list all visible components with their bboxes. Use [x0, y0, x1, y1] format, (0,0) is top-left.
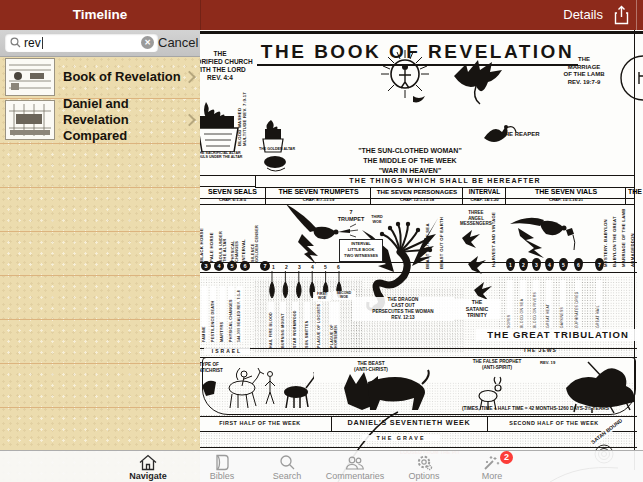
chart-label: BLOOD ON SEA [520, 280, 526, 328]
column-chapter: CHAP. 12:1-13:18 [371, 197, 463, 203]
list-item-title: Book of Revelation [63, 69, 186, 85]
list-item[interactable]: Daniel and Revelation Compared [0, 98, 200, 144]
chart-label: SUN SMITTEN [304, 302, 310, 348]
great-tribulation-label: THE GREAT TRIBULATION [476, 329, 640, 341]
chart-label: SORES [507, 280, 513, 328]
list-item-title: Daniel and Revelation Compared [63, 96, 186, 145]
tab-label: More [454, 471, 530, 481]
timeline-thumbnail [5, 100, 55, 140]
chart-label: EUPHRATES DRIED [575, 280, 581, 328]
list-separator [0, 231, 200, 232]
search-input[interactable]: rev ✕ [5, 33, 158, 52]
times-label: (TIMES, TIME + HALF TIME = 42 MONTHS-126… [462, 406, 643, 412]
chart-label: PHYSICAL CHANGES [228, 286, 234, 342]
column-title: THE SEVEN TRUMPETS [266, 187, 371, 197]
search-tab-icon [278, 454, 296, 471]
daniels-week-label: DANIEL'S SEVENTIETH WEEK [334, 418, 484, 427]
chart-label: MARRIAGE OF THE LAMB [622, 205, 627, 267]
trumpet-number: 4 [311, 264, 314, 270]
column-title: SEVEN SEALS [200, 187, 265, 197]
gear-icon [415, 454, 434, 471]
chart-line [200, 416, 637, 417]
false-prophet-label: THE FALSE PROPHET (ANTI-SPIRIT) [460, 359, 534, 370]
sun-clothed-woman-label: "THE SUN-CLOTHED WOMAN" THE MIDDLE OF TH… [338, 146, 482, 176]
tab-search[interactable]: Search [249, 452, 325, 482]
column-title: INTERVAL [463, 187, 506, 197]
chart-column-header: THE SEVEN VIALSCHAP. 15:1-16:21 [505, 187, 626, 205]
revelation-chart-canvas[interactable]: THE BOOK OF REVELATION THE THINGS WHICH … [199, 30, 643, 482]
chart-label: MYSTERY- BABYLON [604, 205, 609, 267]
tab-more[interactable]: More 2 [454, 452, 530, 482]
figure-and-goat-illustration [262, 366, 314, 412]
list-item[interactable]: Book of Revelation [0, 56, 200, 99]
text-caret [42, 37, 44, 49]
chart-label: TYPE OF ANTICHRIST [199, 362, 240, 373]
vial-number: 4 [545, 258, 554, 271]
hereafter-banner: THE THINGS WHICH SHALL BE HEREAFTER [255, 175, 635, 188]
tab-navigate[interactable]: Navigate [110, 452, 186, 482]
chart-label: REV. 19 [540, 360, 564, 365]
beast-antichrist-label: THE BEAST (ANTI-CHRIST) [342, 361, 400, 373]
chart-line [200, 447, 637, 448]
trumpet-number: 6 [337, 264, 340, 270]
vial-number: 1 [506, 258, 515, 271]
chart-label: PALE HORSE [210, 206, 215, 262]
list-separator [0, 363, 200, 364]
clear-search-icon[interactable]: ✕ [141, 36, 154, 49]
chart-label: BLOOD ON RIVERS [533, 280, 539, 328]
chart-line [331, 416, 332, 431]
satanic-trinity-label: THE SATANIC TRINITY [454, 299, 500, 319]
israel-label: ISRAEL [204, 348, 250, 354]
column-chapter: CHAP. 6:1-8:5 [200, 197, 265, 203]
chart-label: THIRD WOE [367, 215, 387, 224]
golden-altar-label: THE GOLDEN ALTAR [250, 147, 304, 151]
search-query-text: rev [24, 36, 41, 50]
glorified-church-label: THE GLORIFIED CHURCH WITH THE LORD REV. … [199, 50, 272, 83]
list-separator [0, 319, 200, 320]
chart-title: THE BOOK OF REVELATION [257, 41, 578, 66]
cancel-button[interactable]: Cancel [158, 30, 196, 56]
chart-column-header: THE [625, 187, 643, 205]
header-divider [200, 0, 201, 30]
seventh-trumpet-label: 7 TRUMPET [333, 209, 369, 223]
vial-number: 7 [595, 258, 604, 271]
lion-beast-illustration [336, 366, 431, 414]
seal-number: 6 [240, 261, 250, 271]
chart-column-header: SEVEN SEALSCHAP. 6:1-8:5 [200, 187, 265, 205]
chart-label: ARMAGEDDON [631, 205, 636, 267]
tab-label: Options [386, 471, 462, 481]
column-title: THE SEVEN PERSONAGES [371, 187, 463, 197]
chart-label: HARVEST AND VINTAGE [492, 207, 497, 267]
chart-label: MARTYRS [219, 286, 225, 342]
chart-label: SECOND HALF OF THE WEEK [490, 420, 618, 427]
tab-label: Search [249, 471, 325, 481]
trumpet-number: 3 [298, 264, 301, 270]
chart-label: GREAT HAIL [596, 280, 602, 328]
chart-line [200, 31, 643, 34]
chart-label: FIRST HALF OF THE WEEK [204, 420, 316, 427]
tab-options[interactable]: Options [386, 452, 462, 482]
chart-line [200, 431, 637, 432]
search-bar: rev ✕ Cancel [0, 30, 200, 57]
header-edge-line [636, 0, 637, 30]
trumpet-number: 1 [272, 264, 275, 270]
sacrificial-altar-illustration [199, 100, 242, 152]
chart-label: HAIL FIRE BLOOD [268, 302, 274, 348]
details-button[interactable]: Details [563, 0, 603, 30]
vial-number: 3 [532, 258, 541, 271]
seal-number: 5 [227, 261, 237, 271]
magic-wand-icon [482, 454, 502, 471]
chart-label: INTERVAL [242, 206, 247, 262]
vial-number: 5 [559, 258, 568, 271]
chart-label: SOULS UNDER THE ALTAR [219, 206, 228, 262]
vial-number: 2 [519, 258, 528, 271]
list-separator [0, 275, 200, 276]
chart-label: PESTILENCE DEATH [210, 286, 216, 342]
chart-label: BURNING MOUNT [280, 302, 286, 348]
chart-label: BEAST OUT OF EARTH [440, 207, 445, 269]
seal-number: 7 [260, 261, 270, 271]
share-icon[interactable] [613, 5, 630, 25]
chart-label: BEAST OUT OF SEA [426, 207, 431, 269]
tab-commentaries[interactable]: Commentaries [317, 452, 393, 482]
chart-column-header: THE SEVEN PERSONAGESCHAP. 12:1-13:18 [370, 187, 463, 205]
